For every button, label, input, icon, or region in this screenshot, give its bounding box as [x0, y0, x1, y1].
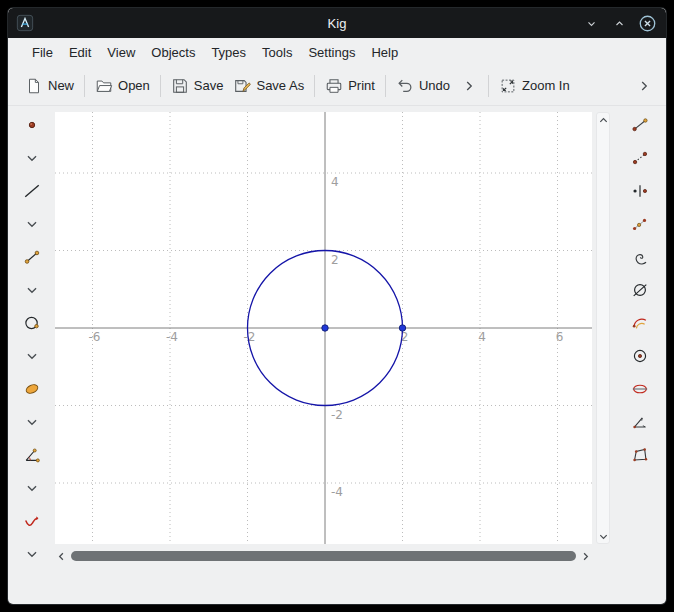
horizontal-scroll-track[interactable] — [68, 548, 579, 564]
left-toolbar — [8, 106, 55, 604]
menu-item-settings[interactable]: Settings — [300, 41, 363, 64]
angle-tool-button[interactable] — [19, 445, 45, 465]
scroll-down-button[interactable] — [597, 529, 610, 543]
chevron-right-icon — [460, 77, 478, 95]
line-tool-button[interactable] — [19, 181, 45, 201]
print-icon — [325, 77, 343, 95]
segment-points-icon — [631, 116, 649, 134]
save-icon — [171, 77, 189, 95]
point-sequence-tool-button[interactable] — [627, 214, 653, 234]
svg-text:-2: -2 — [244, 330, 256, 344]
segment-tool-button[interactable] — [19, 247, 45, 267]
save-as-button[interactable]: Save As — [228, 71, 309, 101]
zoom-in-button-label: Zoom In — [522, 78, 570, 93]
polygon-tool-button[interactable] — [627, 445, 653, 465]
segment-icon — [23, 248, 41, 266]
scroll-left-button[interactable] — [55, 549, 68, 563]
scroll-up-button[interactable] — [597, 113, 610, 127]
red-check-icon — [23, 512, 41, 530]
test-tool-button[interactable] — [19, 511, 45, 531]
circle-tool-button[interactable] — [19, 313, 45, 333]
zoom-in-button[interactable]: Zoom In — [494, 71, 575, 101]
menubar: FileEditViewObjectsTypesToolsSettingsHel… — [8, 38, 666, 66]
main-toolbar: NewOpenSaveSave AsPrintUndoZoom In — [8, 66, 666, 106]
menu-item-tools[interactable]: Tools — [254, 41, 300, 64]
geometry-canvas[interactable]: -6-4-224642-2-4 — [55, 112, 592, 544]
horizontal-scrollbar[interactable] — [55, 548, 592, 564]
scroll-down-icon — [598, 531, 609, 542]
undo-history-expand-button[interactable] — [455, 71, 483, 101]
svg-text:-6: -6 — [89, 330, 101, 344]
chevron-down-icon — [23, 479, 41, 497]
undo-button-label: Undo — [419, 78, 450, 93]
menu-item-file[interactable]: File — [24, 41, 61, 64]
scroll-left-icon — [56, 551, 67, 562]
minimize-button[interactable] — [580, 12, 602, 34]
segment-tools-expander[interactable] — [19, 280, 45, 300]
toolbar-overflow-button[interactable] — [630, 71, 658, 101]
document-new-icon — [25, 77, 43, 95]
svg-text:6: 6 — [556, 330, 564, 344]
angle-icon — [23, 446, 41, 464]
ellipse-crossed-icon — [631, 380, 649, 398]
menu-item-view[interactable]: View — [99, 41, 143, 64]
save-button[interactable]: Save — [166, 71, 229, 101]
circle-center-tool-button[interactable] — [627, 346, 653, 366]
menu-item-types[interactable]: Types — [203, 41, 254, 64]
save-as-icon — [233, 77, 251, 95]
vertical-scrollbar[interactable] — [596, 112, 610, 544]
conic-tools-expander[interactable] — [19, 412, 45, 432]
line-tools-expander[interactable] — [19, 214, 45, 234]
angle-tools-expander[interactable] — [19, 478, 45, 498]
ellipse-axis-tool-button[interactable] — [627, 379, 653, 399]
undo-icon — [396, 77, 414, 95]
circle-line-tool-button[interactable] — [627, 280, 653, 300]
menu-item-objects[interactable]: Objects — [143, 41, 203, 64]
circle-tools-expander[interactable] — [19, 346, 45, 366]
toolbar-separator — [314, 75, 315, 97]
point-chain-icon — [631, 215, 649, 233]
menu-item-help[interactable]: Help — [363, 41, 406, 64]
chevron-down-icon — [23, 413, 41, 431]
menu-item-edit[interactable]: Edit — [61, 41, 99, 64]
circle-crossed-icon — [631, 281, 649, 299]
new-button[interactable]: New — [20, 71, 79, 101]
maximize-button[interactable] — [608, 12, 630, 34]
point-tool-button[interactable] — [19, 115, 45, 135]
midpoint-tool-button[interactable] — [627, 181, 653, 201]
geometry-canvas-svg[interactable]: -6-4-224642-2-4 — [55, 112, 592, 544]
locus-tool-button[interactable] — [627, 247, 653, 267]
circle-dot-icon — [631, 347, 649, 365]
chevron-down-icon — [23, 347, 41, 365]
save-button-label: Save — [194, 78, 224, 93]
window-controls — [580, 12, 658, 34]
print-button-label: Print — [348, 78, 375, 93]
chevron-down-icon — [23, 545, 41, 563]
chevron-down-icon — [23, 215, 41, 233]
undo-button[interactable]: Undo — [391, 71, 455, 101]
svg-text:4: 4 — [478, 330, 486, 344]
dotted-segment-tool-button[interactable] — [627, 148, 653, 168]
scroll-right-button[interactable] — [579, 549, 592, 563]
spiral-icon — [631, 248, 649, 266]
point-tools-expander[interactable] — [19, 148, 45, 168]
angle-measure-tool-button[interactable] — [627, 412, 653, 432]
svg-text:-4: -4 — [331, 485, 343, 499]
new-button-label: New — [48, 78, 74, 93]
svg-text:-4: -4 — [166, 330, 178, 344]
titlebar[interactable]: Kig — [8, 8, 666, 38]
right-toolbar — [614, 106, 666, 604]
test-tools-expander[interactable] — [19, 544, 45, 564]
segment-endpoints-tool-button[interactable] — [627, 115, 653, 135]
conic-tool-button[interactable] — [19, 379, 45, 399]
close-button[interactable] — [636, 12, 658, 34]
horizontal-scroll-thumb[interactable] — [71, 551, 576, 561]
toolbar-separator — [160, 75, 161, 97]
print-button[interactable]: Print — [320, 71, 380, 101]
vertical-scroll-track[interactable] — [597, 127, 609, 529]
point-icon — [23, 116, 41, 134]
arc-tool-button[interactable] — [627, 313, 653, 333]
chevron-down-icon — [23, 149, 41, 167]
svg-text:-2: -2 — [331, 408, 343, 422]
open-button[interactable]: Open — [90, 71, 155, 101]
